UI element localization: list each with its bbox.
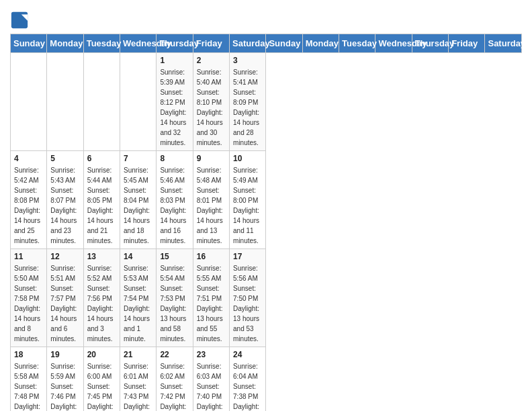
- day-number: 13: [87, 252, 116, 261]
- day-number: 19: [50, 350, 79, 359]
- day-info: Sunrise: 5:48 AM Sunset: 8:01 PM Dayligh…: [197, 165, 226, 246]
- day-info: Sunrise: 5:46 AM Sunset: 8:03 PM Dayligh…: [160, 165, 189, 246]
- calendar-cell: 3Sunrise: 5:41 AM Sunset: 8:09 PM Daylig…: [230, 53, 266, 151]
- calendar-cell: 20Sunrise: 6:00 AM Sunset: 7:45 PM Dayli…: [83, 347, 120, 412]
- day-info: Sunrise: 5:41 AM Sunset: 8:09 PM Dayligh…: [233, 67, 262, 148]
- calendar-cell: 21Sunrise: 6:01 AM Sunset: 7:43 PM Dayli…: [120, 347, 157, 412]
- calendar-cell: 11Sunrise: 5:50 AM Sunset: 7:58 PM Dayli…: [11, 249, 47, 347]
- day-info: Sunrise: 5:54 AM Sunset: 7:53 PM Dayligh…: [160, 263, 189, 344]
- calendar-cell: 6Sunrise: 5:44 AM Sunset: 8:05 PM Daylig…: [83, 151, 120, 249]
- col-header-tuesday: Tuesday: [83, 34, 120, 53]
- logo: [10, 11, 32, 30]
- day-info: Sunrise: 5:52 AM Sunset: 7:56 PM Dayligh…: [87, 263, 116, 344]
- calendar-week-row: 18Sunrise: 5:58 AM Sunset: 7:48 PM Dayli…: [11, 347, 522, 412]
- calendar-cell: 14Sunrise: 5:53 AM Sunset: 7:54 PM Dayli…: [120, 249, 157, 347]
- day-number: 24: [233, 350, 262, 359]
- day-number: 16: [197, 252, 226, 261]
- calendar-cell: 10Sunrise: 5:49 AM Sunset: 8:00 PM Dayli…: [230, 151, 266, 249]
- col-header-wednesday: Wednesday: [375, 34, 412, 53]
- svg-rect-0: [11, 12, 28, 28]
- day-info: Sunrise: 5:56 AM Sunset: 7:50 PM Dayligh…: [233, 263, 262, 344]
- day-number: 23: [197, 350, 226, 359]
- col-header-saturday: Saturday: [230, 34, 266, 53]
- day-info: Sunrise: 5:50 AM Sunset: 7:58 PM Dayligh…: [14, 263, 43, 344]
- col-header-thursday: Thursday: [412, 34, 448, 53]
- day-info: Sunrise: 5:44 AM Sunset: 8:05 PM Dayligh…: [87, 165, 116, 246]
- day-info: Sunrise: 5:45 AM Sunset: 8:04 PM Dayligh…: [124, 165, 152, 246]
- day-number: 2: [197, 56, 226, 65]
- calendar-cell: 12Sunrise: 5:51 AM Sunset: 7:57 PM Dayli…: [47, 249, 83, 347]
- calendar-cell: 5Sunrise: 5:43 AM Sunset: 8:07 PM Daylig…: [47, 151, 83, 249]
- day-info: Sunrise: 5:40 AM Sunset: 8:10 PM Dayligh…: [197, 67, 226, 148]
- calendar-cell: 13Sunrise: 5:52 AM Sunset: 7:56 PM Dayli…: [83, 249, 120, 347]
- header: [10, 7, 522, 30]
- calendar-cell: 2Sunrise: 5:40 AM Sunset: 8:10 PM Daylig…: [193, 53, 229, 151]
- day-number: 12: [50, 252, 79, 261]
- day-number: 14: [124, 252, 152, 261]
- calendar-cell: 15Sunrise: 5:54 AM Sunset: 7:53 PM Dayli…: [157, 249, 193, 347]
- day-number: 21: [124, 350, 152, 359]
- day-info: Sunrise: 6:04 AM Sunset: 7:38 PM Dayligh…: [233, 361, 262, 411]
- day-number: 4: [14, 154, 43, 163]
- day-number: 22: [160, 350, 189, 359]
- day-info: Sunrise: 5:59 AM Sunset: 7:46 PM Dayligh…: [50, 361, 79, 411]
- calendar-cell: 1Sunrise: 5:39 AM Sunset: 8:12 PM Daylig…: [157, 53, 193, 151]
- calendar-week-row: 11Sunrise: 5:50 AM Sunset: 7:58 PM Dayli…: [11, 249, 522, 347]
- col-header-saturday: Saturday: [485, 34, 522, 53]
- calendar-cell: [120, 53, 157, 151]
- col-header-thursday: Thursday: [157, 34, 193, 53]
- day-info: Sunrise: 5:58 AM Sunset: 7:48 PM Dayligh…: [14, 361, 43, 411]
- day-number: 20: [87, 350, 116, 359]
- calendar-cell: 23Sunrise: 6:03 AM Sunset: 7:40 PM Dayli…: [193, 347, 229, 412]
- col-header-friday: Friday: [449, 34, 485, 53]
- col-header-friday: Friday: [193, 34, 229, 53]
- calendar-week-row: 1Sunrise: 5:39 AM Sunset: 8:12 PM Daylig…: [11, 53, 522, 151]
- day-number: 6: [87, 154, 116, 163]
- col-header-sunday: Sunday: [11, 34, 47, 53]
- day-info: Sunrise: 5:49 AM Sunset: 8:00 PM Dayligh…: [233, 165, 262, 246]
- day-number: 15: [160, 252, 189, 261]
- day-number: 17: [233, 252, 262, 261]
- calendar-cell: 19Sunrise: 5:59 AM Sunset: 7:46 PM Dayli…: [47, 347, 83, 412]
- calendar-cell: [83, 53, 120, 151]
- day-info: Sunrise: 5:39 AM Sunset: 8:12 PM Dayligh…: [160, 67, 189, 148]
- day-info: Sunrise: 6:00 AM Sunset: 7:45 PM Dayligh…: [87, 361, 116, 411]
- logo-icon: [10, 11, 29, 30]
- calendar-cell: [11, 53, 47, 151]
- calendar-header-row: SundayMondayTuesdayWednesdayThursdayFrid…: [11, 34, 522, 53]
- calendar-table: SundayMondayTuesdayWednesdayThursdayFrid…: [10, 34, 522, 411]
- day-number: 3: [233, 56, 262, 65]
- calendar-cell: 9Sunrise: 5:48 AM Sunset: 8:01 PM Daylig…: [193, 151, 229, 249]
- calendar-cell: 4Sunrise: 5:42 AM Sunset: 8:08 PM Daylig…: [11, 151, 47, 249]
- day-info: Sunrise: 5:51 AM Sunset: 7:57 PM Dayligh…: [50, 263, 79, 344]
- day-number: 1: [160, 56, 189, 65]
- calendar-cell: 18Sunrise: 5:58 AM Sunset: 7:48 PM Dayli…: [11, 347, 47, 412]
- col-header-sunday: Sunday: [266, 34, 302, 53]
- day-info: Sunrise: 5:42 AM Sunset: 8:08 PM Dayligh…: [14, 165, 43, 246]
- calendar-cell: 16Sunrise: 5:55 AM Sunset: 7:51 PM Dayli…: [193, 249, 229, 347]
- day-info: Sunrise: 5:55 AM Sunset: 7:51 PM Dayligh…: [197, 263, 226, 344]
- day-number: 5: [50, 154, 79, 163]
- day-number: 11: [14, 252, 43, 261]
- calendar-cell: 17Sunrise: 5:56 AM Sunset: 7:50 PM Dayli…: [230, 249, 266, 347]
- day-info: Sunrise: 6:01 AM Sunset: 7:43 PM Dayligh…: [124, 361, 152, 411]
- col-header-wednesday: Wednesday: [120, 34, 157, 53]
- day-info: Sunrise: 5:43 AM Sunset: 8:07 PM Dayligh…: [50, 165, 79, 246]
- calendar-cell: 22Sunrise: 6:02 AM Sunset: 7:42 PM Dayli…: [157, 347, 193, 412]
- col-header-monday: Monday: [302, 34, 339, 53]
- col-header-tuesday: Tuesday: [339, 34, 375, 53]
- calendar-cell: 7Sunrise: 5:45 AM Sunset: 8:04 PM Daylig…: [120, 151, 157, 249]
- col-header-monday: Monday: [47, 34, 83, 53]
- day-number: 10: [233, 154, 262, 163]
- day-number: 7: [124, 154, 152, 163]
- calendar-cell: 24Sunrise: 6:04 AM Sunset: 7:38 PM Dayli…: [230, 347, 266, 412]
- day-number: 18: [14, 350, 43, 359]
- calendar-cell: [47, 53, 83, 151]
- day-number: 9: [197, 154, 226, 163]
- calendar-week-row: 4Sunrise: 5:42 AM Sunset: 8:08 PM Daylig…: [11, 151, 522, 249]
- day-info: Sunrise: 6:03 AM Sunset: 7:40 PM Dayligh…: [197, 361, 226, 411]
- day-info: Sunrise: 6:02 AM Sunset: 7:42 PM Dayligh…: [160, 361, 189, 411]
- day-info: Sunrise: 5:53 AM Sunset: 7:54 PM Dayligh…: [124, 263, 152, 344]
- day-number: 8: [160, 154, 189, 163]
- calendar-cell: 8Sunrise: 5:46 AM Sunset: 8:03 PM Daylig…: [157, 151, 193, 249]
